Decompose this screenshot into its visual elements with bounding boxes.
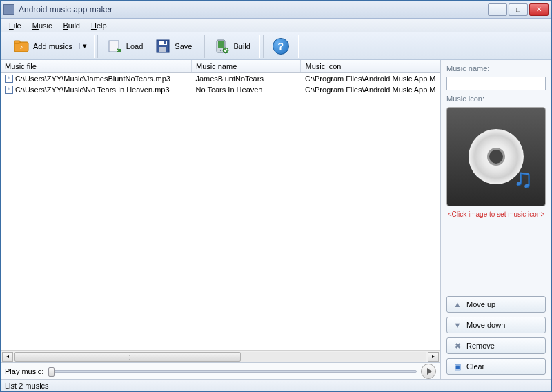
svg-rect-7 <box>164 41 166 44</box>
arrow-up-icon: ▲ <box>453 300 462 309</box>
svg-rect-6 <box>159 47 166 52</box>
floppy-icon <box>155 39 170 54</box>
clear-button[interactable]: ▣ Clear <box>446 358 546 375</box>
svg-point-10 <box>220 49 221 50</box>
menu-help-label: elp <box>97 21 107 30</box>
music-file-icon <box>5 75 13 83</box>
build-label: Build <box>233 42 250 50</box>
left-pane: Music file Music name Music icon C:\User… <box>1 60 441 379</box>
build-icon <box>214 39 229 54</box>
menu-file[interactable]: File <box>3 20 27 31</box>
titlebar: Android music app maker — □ ✕ <box>1 1 551 19</box>
statusbar: List 2 musics <box>1 379 551 391</box>
svg-rect-3 <box>109 41 119 52</box>
load-label: Load <box>126 42 143 50</box>
main-area: Music file Music name Music icon C:\User… <box>1 60 551 379</box>
clear-icon: ▣ <box>453 362 462 371</box>
music-name-label: Music name: <box>446 64 546 72</box>
slider-thumb[interactable] <box>48 367 55 377</box>
menu-build[interactable]: Build <box>57 20 85 31</box>
close-button[interactable]: ✕ <box>529 3 549 16</box>
chevron-down-icon[interactable]: ▾ <box>79 43 85 49</box>
window-title: Android music app maker <box>19 5 488 14</box>
save-button[interactable]: Save <box>149 36 198 57</box>
cell-file: C:\Users\ZYY\Music\No Tears In Heaven.mp… <box>15 86 170 94</box>
cell-icon: C:\Program Files\Android Music App M <box>301 73 440 85</box>
save-label: Save <box>175 42 192 50</box>
add-musics-button[interactable]: ♪ Add musics ▾ <box>8 36 91 57</box>
col-music-icon[interactable]: Music icon <box>301 60 440 73</box>
add-musics-label: Add musics <box>33 42 72 50</box>
scroll-thumb[interactable] <box>14 352 241 362</box>
music-file-icon <box>5 86 13 94</box>
music-folder-icon: ♪ <box>14 39 29 54</box>
clear-label: Clear <box>466 362 484 371</box>
cell-file: C:\Users\ZYY\Music\JamesBluntNoTears.mp3 <box>15 75 170 83</box>
cell-icon: C:\Program Files\Android Music App M <box>301 84 440 95</box>
music-table[interactable]: Music file Music name Music icon C:\User… <box>1 60 440 350</box>
remove-button[interactable]: ✖ Remove <box>446 337 546 354</box>
move-down-label: Move down <box>466 321 505 329</box>
remove-label: Remove <box>466 342 495 350</box>
arrow-down-icon: ▼ <box>453 320 462 330</box>
right-pane: Music name: Music icon: ♫ <Click image t… <box>441 60 551 379</box>
menubar: File Music Build Help <box>1 19 551 32</box>
play-icon <box>427 368 432 375</box>
horizontal-scrollbar[interactable]: ◂ ▸ <box>1 350 440 362</box>
svg-rect-9 <box>218 41 224 48</box>
music-name-input[interactable] <box>446 77 546 90</box>
col-music-file[interactable]: Music file <box>1 60 191 73</box>
help-icon: ? <box>273 38 289 55</box>
scroll-right-icon[interactable]: ▸ <box>428 352 439 362</box>
svg-text:♪: ♪ <box>20 43 23 50</box>
cell-name: No Tears In Heaven <box>191 84 301 95</box>
app-window: Android music app maker — □ ✕ File Music… <box>0 0 552 392</box>
music-icon-label: Music icon: <box>446 95 546 103</box>
music-icon-preview[interactable]: ♫ <box>446 107 546 206</box>
playbar: Play music: <box>1 362 440 379</box>
load-button[interactable]: Load <box>101 36 149 57</box>
load-icon <box>107 39 122 54</box>
remove-icon: ✖ <box>453 341 462 351</box>
play-slider[interactable] <box>48 370 417 373</box>
col-music-name[interactable]: Music name <box>191 60 301 73</box>
status-text: List 2 musics <box>5 382 49 390</box>
move-up-button[interactable]: ▲ Move up <box>446 296 546 313</box>
menu-build-label: uild <box>68 21 80 30</box>
help-button[interactable]: ? <box>266 36 295 57</box>
maximize-button[interactable]: □ <box>509 3 528 16</box>
svg-rect-5 <box>159 41 167 45</box>
menu-music[interactable]: Music <box>27 20 58 31</box>
toolbar: ♪ Add musics ▾ Load Save <box>1 32 551 60</box>
cell-name: JamesBluntNoTears <box>191 73 301 85</box>
move-up-label: Move up <box>466 300 495 308</box>
icon-hint: <Click image to set music icon> <box>446 210 546 218</box>
play-label: Play music: <box>5 367 43 375</box>
minimize-button[interactable]: — <box>488 3 507 16</box>
app-icon <box>3 4 14 15</box>
table-row[interactable]: C:\Users\ZYY\Music\No Tears In Heaven.mp… <box>1 84 440 95</box>
scroll-left-icon[interactable]: ◂ <box>2 352 13 362</box>
build-button[interactable]: Build <box>208 36 256 57</box>
scroll-track[interactable] <box>14 352 426 362</box>
note-icon: ♫ <box>513 164 533 193</box>
menu-file-label: ile <box>14 21 21 30</box>
table-row[interactable]: C:\Users\ZYY\Music\JamesBluntNoTears.mp3… <box>1 73 440 85</box>
menu-music-label: usic <box>39 21 52 30</box>
table-header-row: Music file Music name Music icon <box>1 60 440 73</box>
menu-help[interactable]: Help <box>86 20 112 31</box>
move-down-button[interactable]: ▼ Move down <box>446 317 546 333</box>
play-button[interactable] <box>421 364 436 379</box>
